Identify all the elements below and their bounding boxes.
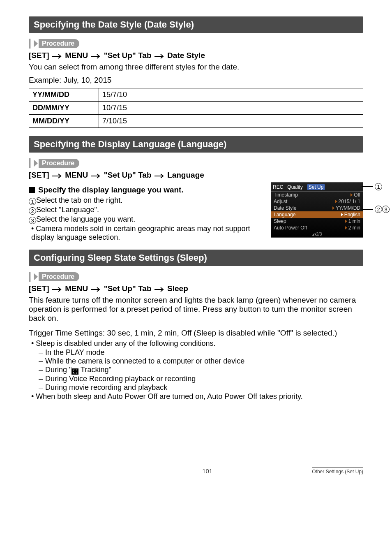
camera-row-label: Adjust: [274, 199, 335, 204]
sub-heading-specify-language: Specify the display language you want.: [29, 185, 263, 194]
path-part: "Set Up" Tab: [104, 171, 152, 179]
camera-tab-rec: REC: [273, 184, 283, 190]
camera-row-value: 2015/ 1/ 1: [335, 199, 360, 204]
dash-text: During Voice Recording playback or recor…: [45, 375, 196, 383]
sleep-bullet-1: • Sleep is disabled under any of the fol…: [29, 339, 363, 348]
camera-footer: ▴▾2/3: [271, 231, 363, 236]
dash-text: During movie recording and playback: [45, 383, 167, 391]
camera-row-selected: LanguageEnglish: [271, 211, 363, 218]
callout-2-3: 23: [362, 206, 390, 213]
camera-row-label: Timestamp: [274, 192, 350, 198]
table-cell: 15/7/10: [99, 88, 363, 102]
dash-text-pre: During ": [45, 366, 71, 374]
camera-row-label: Date Style: [274, 205, 332, 211]
procedure-arrow-icon: [34, 273, 38, 280]
circled-3-icon: 3: [382, 206, 390, 213]
camera-row-value: 1 min: [345, 218, 360, 224]
camera-tabs: REC Quality Set Up: [271, 184, 363, 192]
path-part: MENU: [65, 51, 88, 60]
procedure-arrow-icon: [34, 160, 38, 167]
arrow-right-icon: [90, 54, 101, 59]
sub-heading-text: Specify the display language you want.: [38, 185, 184, 194]
step-text: Select the language you want.: [36, 215, 135, 223]
dash-text-post: Tracking": [78, 366, 111, 374]
example-label: Example: July, 10, 2015: [29, 76, 363, 85]
procedure-arrow-icon: [34, 40, 38, 47]
dash-item: –In the PLAY mode: [39, 348, 363, 357]
menu-path-language: [SET] MENU "Set Up" Tab Language: [29, 171, 363, 180]
bullet-text: Camera models sold in certain geographic…: [31, 225, 250, 241]
path-part: Date Style: [167, 51, 205, 60]
camera-row: Adjust2015/ 1/ 1: [271, 198, 363, 205]
step-text: Select "Language".: [36, 206, 99, 214]
arrow-right-icon: [154, 54, 165, 59]
triangle-right-icon: [332, 206, 334, 210]
sleep-trigger: Trigger Time Settings: 30 sec, 1 min, 2 …: [29, 329, 363, 338]
path-part: [SET]: [29, 171, 49, 179]
arrow-right-icon: [51, 54, 63, 59]
procedure-label-row: Procedure: [29, 158, 363, 168]
section-title-sleep: Configuring Sleep State Settings (Sleep): [29, 250, 363, 266]
dash-text: While the camera is connected to a compu…: [45, 357, 244, 365]
tracking-icon: ⛶: [71, 368, 78, 375]
bullet-text: Sleep is disabled under any of the follo…: [36, 339, 215, 347]
date-style-table: YY/MM/DD15/7/10 DD/MM/YY10/7/15 MM/DD/YY…: [29, 88, 363, 128]
triangle-right-icon: [341, 213, 343, 216]
footer-section-label: Other Settings (Set Up): [312, 467, 363, 475]
dash-item: –During movie recording and playback: [39, 383, 363, 392]
procedure-label-row: Procedure: [29, 272, 363, 282]
procedure-chip: Procedure: [39, 159, 79, 168]
camera-row: TimestampOff: [271, 192, 363, 198]
procedure-bar-icon: [29, 39, 31, 49]
circled-1-icon: 1: [29, 198, 36, 205]
path-part: "Set Up" Tab: [104, 51, 152, 60]
circled-2-icon: 2: [375, 206, 382, 213]
dash-item: –During Voice Recording playback or reco…: [39, 375, 363, 383]
camera-row: Date StyleYY/MM/DD: [271, 205, 363, 211]
menu-path-date-style: [SET] MENU "Set Up" Tab Date Style: [29, 51, 363, 60]
camera-row-label: Language: [274, 212, 341, 218]
callout-line-icon: [362, 186, 373, 187]
camera-row-label: Auto Power Off: [274, 225, 345, 231]
arrow-right-icon: [90, 174, 101, 178]
path-part: Sleep: [167, 284, 188, 293]
triangle-right-icon: [350, 193, 353, 197]
circled-1-icon: 1: [375, 183, 382, 190]
section-title-language: Specifying the Display Language (Languag…: [29, 136, 363, 153]
table-header: DD/MM/YY: [29, 102, 99, 115]
circled-3-icon: 3: [29, 217, 36, 224]
path-part: [SET]: [29, 284, 49, 293]
procedure-chip: Procedure: [39, 272, 79, 281]
callout-1: 1: [362, 183, 382, 190]
arrow-right-icon: [154, 287, 165, 292]
camera-row-value: YY/MM/DD: [332, 205, 360, 211]
camera-row-label: Sleep: [274, 218, 345, 224]
sleep-intro: This feature turns off the monitor scree…: [29, 296, 363, 323]
section-title-date-style: Specifying the Date Style (Date Style): [29, 16, 363, 33]
page-number: 101: [103, 468, 312, 475]
camera-row: Auto Power Off2 min: [271, 225, 363, 231]
table-cell: 7/10/15: [99, 115, 363, 128]
sleep-bullet-2: • When both sleep and Auto Power Off are…: [29, 392, 363, 401]
procedure-chip: Procedure: [39, 39, 79, 48]
table-row: MM/DD/YY7/10/15: [29, 115, 363, 128]
camera-screenshot-container: REC Quality Set Up TimestampOff Adjust20…: [271, 182, 363, 238]
camera-row-value: Off: [350, 192, 360, 198]
page-footer: 101 Other Settings (Set Up): [29, 467, 363, 475]
camera-row: Sleep1 min: [271, 218, 363, 225]
path-part: Language: [167, 171, 204, 179]
callout-line-icon: [362, 209, 373, 210]
camera-row-value: English: [341, 212, 360, 218]
triangle-right-icon: [335, 200, 337, 203]
step-text: Select the tab on the right.: [36, 196, 122, 204]
intro-text: You can select from among three differen…: [29, 63, 363, 72]
path-part: [SET]: [29, 51, 49, 60]
table-row: DD/MM/YY10/7/15: [29, 102, 363, 115]
table-row: YY/MM/DD15/7/10: [29, 88, 363, 102]
table-cell: 10/7/15: [99, 102, 363, 115]
triangle-right-icon: [345, 220, 347, 223]
procedure-bar-icon: [29, 272, 31, 282]
camera-tab-setup: Set Up: [307, 184, 325, 190]
path-part: "Set Up" Tab: [104, 284, 152, 293]
arrow-right-icon: [154, 174, 165, 178]
